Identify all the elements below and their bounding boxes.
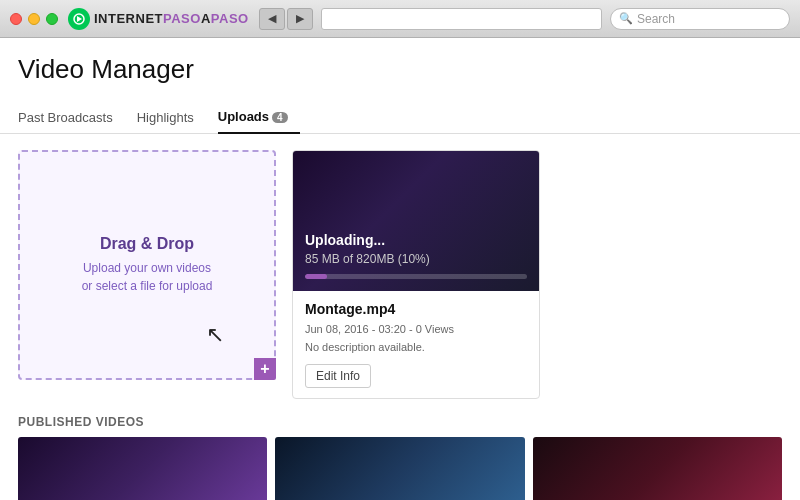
tab-uploads[interactable]: Uploads4	[218, 103, 300, 134]
video-info: Montage.mp4 Jun 08, 2016 - 03:20 - 0 Vie…	[293, 291, 539, 398]
url-bar[interactable]	[321, 8, 602, 30]
search-bar[interactable]: 🔍 Search	[610, 8, 790, 30]
video-upload-card: Uploading... 85 MB of 820MB (10%) Montag…	[292, 150, 540, 399]
minimize-button[interactable]	[28, 13, 40, 25]
page-title: Video Manager	[18, 54, 782, 85]
upload-status: Uploading...	[305, 232, 527, 248]
search-placeholder: Search	[637, 12, 675, 26]
content-area: Video Manager Past Broadcasts Highlights…	[0, 38, 800, 500]
progress-bar-fill	[305, 274, 327, 279]
logo-text: INTERNETPASOAPASO	[94, 11, 249, 26]
close-button[interactable]	[10, 13, 22, 25]
progress-bar-container	[305, 274, 527, 279]
cursor-icon: ↖	[206, 322, 224, 348]
traffic-lights	[10, 13, 58, 25]
published-grid	[18, 437, 782, 500]
published-thumb-1[interactable]	[18, 437, 267, 500]
published-thumb-2[interactable]	[275, 437, 524, 500]
video-filename: Montage.mp4	[305, 301, 527, 317]
search-icon: 🔍	[619, 12, 633, 25]
drop-zone-plus-icon[interactable]: +	[254, 358, 276, 380]
drop-zone[interactable]: Drag & Drop Upload your own videosor sel…	[18, 150, 276, 380]
drop-zone-title: Drag & Drop	[100, 235, 194, 253]
main-body: Drag & Drop Upload your own videosor sel…	[0, 134, 800, 415]
tabs-bar: Past Broadcasts Highlights Uploads4	[0, 103, 800, 134]
titlebar: INTERNETPASOAPASO ◀ ▶ 🔍 Search	[0, 0, 800, 38]
forward-button[interactable]: ▶	[287, 8, 313, 30]
uploads-badge: 4	[272, 112, 288, 123]
back-button[interactable]: ◀	[259, 8, 285, 30]
edit-info-button[interactable]: Edit Info	[305, 364, 371, 388]
page-header: Video Manager	[0, 38, 800, 103]
published-thumb-3[interactable]	[533, 437, 782, 500]
nav-buttons: ◀ ▶	[259, 8, 313, 30]
published-title: PUBLISHED VIDEOS	[18, 415, 782, 429]
upload-progress-info: 85 MB of 820MB (10%)	[305, 252, 527, 266]
maximize-button[interactable]	[46, 13, 58, 25]
logo-area: INTERNETPASOAPASO	[68, 8, 249, 30]
video-description: No description available.	[305, 339, 527, 357]
tab-highlights[interactable]: Highlights	[137, 104, 206, 133]
logo-icon	[68, 8, 90, 30]
tab-past-broadcasts[interactable]: Past Broadcasts	[18, 104, 125, 133]
video-date: Jun 08, 2016 - 03:20 - 0 Views	[305, 321, 527, 339]
video-preview-area: Uploading... 85 MB of 820MB (10%)	[293, 151, 539, 291]
svg-marker-1	[77, 16, 82, 22]
drop-zone-subtitle: Upload your own videosor select a file f…	[82, 259, 213, 295]
published-section: PUBLISHED VIDEOS	[0, 415, 800, 500]
